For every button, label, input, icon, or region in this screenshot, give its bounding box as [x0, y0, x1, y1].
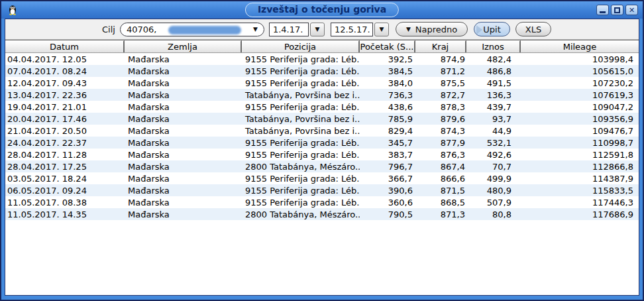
table-cell: Mađarska: [125, 162, 242, 172]
app-window: Izveštaj o točenju goriva ✕ Cilj 40706, …: [0, 0, 644, 301]
table-cell: Tatabánya, Površina bez i...: [242, 126, 360, 136]
table-cell: 486,8: [466, 66, 521, 76]
table-cell: 491,5: [466, 78, 521, 88]
table-cell: 878,3: [415, 102, 466, 112]
table-cell: 9155 Periferija grada: Léb...: [242, 138, 360, 148]
table-cell: 9155 Periferija grada: Léb...: [242, 186, 360, 196]
table-cell: 44,9: [466, 126, 521, 136]
table-cell: 70,7: [466, 162, 521, 172]
table-row[interactable]: 07.04.2017. 08.24Mađarska9155 Periferija…: [5, 65, 639, 77]
table-cell: 93,7: [466, 114, 521, 124]
table-cell: Mađarska: [125, 54, 242, 64]
column-header-zemlja[interactable]: Zemlja: [125, 40, 242, 52]
table-row[interactable]: 11.05.2017. 14.35Mađarska2800 Tatabánya,…: [5, 208, 639, 220]
table-cell: 07.04.2017. 08.24: [5, 66, 125, 76]
date-from-field[interactable]: 1.4.17.: [269, 23, 309, 36]
minimize-button[interactable]: [596, 5, 609, 15]
date-to-field[interactable]: 12.5.17.: [331, 23, 373, 36]
table-cell: 482,4: [466, 54, 521, 64]
maximize-icon: [614, 7, 620, 13]
table-cell: 112866,8: [521, 162, 639, 172]
table-row[interactable]: 24.04.2017. 22.37Mađarska9155 Periferija…: [5, 137, 639, 149]
table-cell: 492,6: [466, 150, 521, 160]
table-row[interactable]: 28.04.2017. 17.25Mađarska2800 Tatabánya,…: [5, 160, 639, 172]
table-cell: 2800 Tatabánya, Mészáro...: [242, 210, 360, 219]
table-cell: 876,3: [415, 150, 466, 160]
table-cell: 136,3: [466, 90, 521, 100]
table-cell: 28.04.2017. 17.25: [5, 162, 125, 172]
table-cell: 384,5: [360, 66, 415, 76]
table-cell: Mađarska: [125, 210, 242, 219]
chevron-down-icon: ▼: [253, 26, 258, 32]
table-cell: Tatabánya, Površina bez i...: [242, 90, 360, 100]
table-cell: 874,9: [415, 54, 466, 64]
table-row[interactable]: 12.04.2017. 09.43Mađarska9155 Periferija…: [5, 77, 639, 89]
date-to-dropdown-button[interactable]: ▼: [374, 23, 389, 36]
table-cell: 115833,5: [521, 186, 639, 196]
table-cell: 12.04.2017. 09.43: [5, 78, 125, 88]
table-row[interactable]: 03.05.2017. 18.24Mađarska9155 Periferija…: [5, 172, 639, 184]
table-cell: 117446,3: [521, 198, 639, 208]
table-row[interactable]: 06.05.2017. 09.24Mađarska9155 Periferija…: [5, 184, 639, 196]
table-cell: 392,5: [360, 54, 415, 64]
column-header-mileage[interactable]: Mileage: [521, 40, 639, 52]
chevron-down-icon: ▼: [379, 26, 384, 32]
table-cell: Mađarska: [125, 198, 242, 208]
table-cell: 19.04.2017. 21.01: [5, 102, 125, 112]
minimize-icon: [600, 11, 606, 13]
table-cell: 11.05.2017. 08.38: [5, 198, 125, 208]
table-row[interactable]: 04.04.2017. 12.05Mađarska9155 Periferija…: [5, 53, 639, 65]
table-cell: 103998,4: [521, 54, 639, 64]
table-cell: 9155 Periferija grada: Léb...: [242, 150, 360, 160]
upit-button[interactable]: Upit: [474, 22, 510, 36]
window-controls: ✕: [596, 5, 638, 15]
table-cell: 879,6: [415, 114, 466, 124]
window-title: Izveštaj o točenju goriva: [245, 3, 399, 17]
table-row[interactable]: 13.04.2017. 22.36MađarskaTatabánya, Povr…: [5, 89, 639, 101]
table-cell: 2800 Tatabánya, Mészáro...: [242, 162, 360, 172]
content-frame: Cilj 40706, ▼ 1.4.17. ▼ 12.5.17. ▼ ▼ Nap…: [5, 19, 639, 296]
table-row[interactable]: 11.05.2017. 08.38Mađarska9155 Periferija…: [5, 196, 639, 208]
toolbar: Cilj 40706, ▼ 1.4.17. ▼ 12.5.17. ▼ ▼ Nap…: [5, 19, 639, 40]
cilj-label: Cilj: [102, 25, 115, 34]
xls-label: XLS: [525, 25, 541, 34]
tux-penguin-icon[interactable]: [7, 5, 18, 15]
column-header-iznos[interactable]: Iznos: [466, 40, 521, 52]
table-cell: 9155 Periferija grada: Léb...: [242, 66, 360, 76]
xls-button[interactable]: XLS: [515, 22, 551, 36]
table-cell: Mađarska: [125, 186, 242, 196]
table-cell: Mađarska: [125, 66, 242, 76]
titlebar: Izveštaj o točenju goriva ✕: [1, 1, 643, 19]
table-cell: 13.04.2017. 22.36: [5, 90, 125, 100]
table-row[interactable]: 19.04.2017. 21.01Mađarska9155 Periferija…: [5, 101, 639, 113]
table-cell: 9155 Periferija grada: Léb...: [242, 54, 360, 64]
table-cell: 109047,2: [521, 102, 639, 112]
cilj-value: 40706,: [127, 25, 157, 34]
table-row[interactable]: 28.04.2017. 11.28Mađarska9155 Periferija…: [5, 149, 639, 160]
maximize-button[interactable]: [611, 5, 623, 15]
table-cell: 439,7: [466, 102, 521, 112]
napredno-button[interactable]: ▼ Napredno: [396, 22, 468, 36]
column-header-kraj[interactable]: Kraj: [415, 40, 466, 52]
chevron-down-icon: ▼: [406, 26, 411, 32]
table-cell: 875,5: [415, 78, 466, 88]
column-header-pocetak[interactable]: Početak (S...: [360, 40, 415, 52]
table-cell: Mađarska: [125, 90, 242, 100]
column-header-pozicija[interactable]: Pozicija: [242, 40, 360, 52]
table-cell: 785,9: [360, 114, 415, 124]
table-row[interactable]: 20.04.2017. 17.46MađarskaTatabánya, Povr…: [5, 113, 639, 125]
table-cell: 796,7: [360, 162, 415, 172]
column-header-datum[interactable]: Datum: [5, 40, 125, 52]
table-cell: Mađarska: [125, 102, 242, 112]
table-header: Datum Zemlja Pozicija Početak (S... Kraj…: [5, 40, 639, 53]
table-cell: 438,6: [360, 102, 415, 112]
table-cell: 109476,7: [521, 126, 639, 136]
table-cell: 03.05.2017. 18.24: [5, 174, 125, 184]
table-cell: 105615,0: [521, 66, 639, 76]
close-button[interactable]: ✕: [625, 5, 638, 15]
date-from-dropdown-button[interactable]: ▼: [310, 23, 325, 36]
cilj-combobox[interactable]: 40706, ▼: [120, 23, 264, 36]
table-body: 04.04.2017. 12.05Mađarska9155 Periferija…: [5, 53, 639, 295]
chevron-down-icon: ▼: [315, 26, 319, 32]
table-row[interactable]: 21.04.2017. 20.50MađarskaTatabánya, Povr…: [5, 125, 639, 137]
